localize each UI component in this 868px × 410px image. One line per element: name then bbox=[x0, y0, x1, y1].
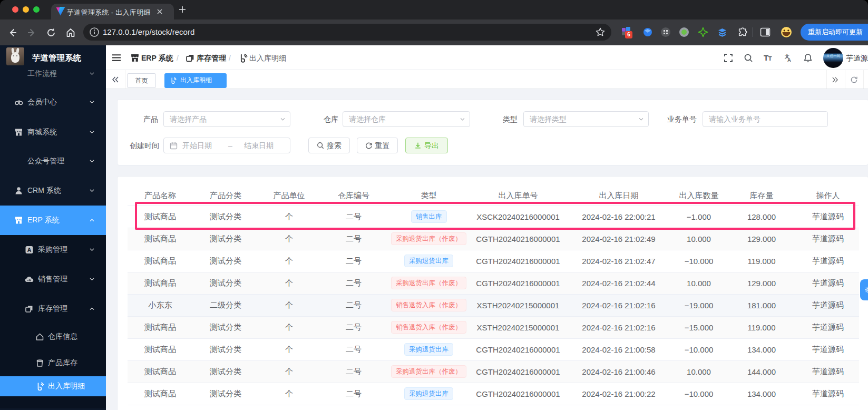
svg-text:A: A bbox=[27, 247, 32, 253]
svg-text:A: A bbox=[787, 57, 791, 63]
